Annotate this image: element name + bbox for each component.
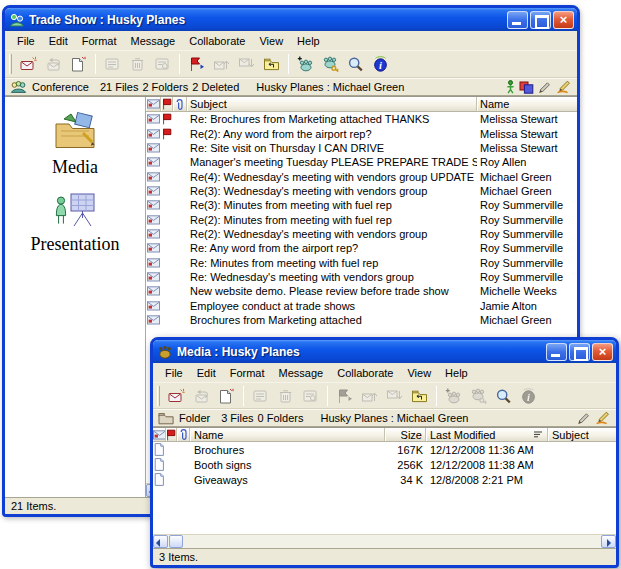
titlebar[interactable]: Trade Show : Husky Planes × — [5, 8, 577, 31]
message-row[interactable]: Employee conduct at trade shows Jamie Al… — [146, 298, 577, 312]
maximize-button[interactable] — [569, 343, 590, 361]
add-member-button[interactable] — [293, 53, 318, 75]
file-row[interactable]: Brochures 167K 12/12/2008 11:36 AM — [153, 442, 616, 457]
size-column-header[interactable]: Size — [385, 428, 426, 441]
close-button[interactable]: × — [553, 11, 574, 29]
menu-format[interactable]: Format — [223, 365, 272, 381]
envelope-icon — [146, 143, 161, 153]
new-message-button[interactable] — [16, 53, 41, 75]
envelope-icon — [146, 157, 161, 167]
message-row[interactable]: Re: Any word from the airport rep? Roy S… — [146, 241, 577, 255]
menu-message[interactable]: Message — [272, 365, 331, 381]
sidebar-item-label: Media — [5, 157, 145, 178]
horizontal-scrollbar[interactable] — [153, 534, 616, 548]
next-unread-icon — [238, 56, 255, 72]
search-button[interactable] — [343, 53, 368, 75]
scroll-right-button[interactable] — [601, 535, 616, 548]
menu-message[interactable]: Message — [124, 33, 183, 49]
flag-column-header[interactable] — [166, 428, 177, 441]
menu-collaborate[interactable]: Collaborate — [182, 33, 252, 49]
maximize-button[interactable] — [530, 11, 551, 29]
file-row[interactable]: Booth signs 256K 12/12/2008 11:38 AM — [153, 457, 616, 472]
menu-help[interactable]: Help — [438, 365, 475, 381]
message-sender: Roy Summerville — [477, 228, 577, 240]
minimize-button[interactable] — [546, 343, 567, 361]
page-icon — [153, 443, 166, 456]
subject-column-header[interactable]: Subject — [548, 428, 616, 441]
paperclip-icon — [178, 428, 189, 441]
menu-edit[interactable]: Edit — [190, 365, 223, 381]
envelope-column-header[interactable] — [146, 97, 161, 111]
message-sender: Roy Summerville — [477, 257, 577, 269]
message-sender: Melissa Stewart — [477, 142, 577, 154]
pencil-icon — [577, 411, 591, 425]
sidebar-item-media[interactable]: Media — [5, 111, 145, 178]
name-column-header[interactable]: Name — [477, 97, 577, 111]
envelope-column-header[interactable] — [153, 428, 166, 441]
message-row[interactable]: Re: Brochures from Marketing attached TH… — [146, 112, 577, 126]
parent-folder-button[interactable] — [407, 385, 432, 407]
message-row[interactable]: Re: Wednesday's meeting with vendors gro… — [146, 270, 577, 284]
container-type-label: Folder — [179, 412, 210, 424]
close-button[interactable]: × — [592, 343, 613, 361]
scroll-thumb[interactable] — [169, 535, 183, 548]
minimize-button[interactable] — [507, 11, 528, 29]
modified-column-header[interactable]: Last Modified — [426, 428, 548, 441]
name-column-header[interactable]: Name — [190, 428, 385, 441]
summary-status-icons — [577, 411, 611, 425]
count-label: 2 Folders — [142, 81, 188, 93]
subject-column-header[interactable]: Subject — [187, 97, 477, 111]
toolbar-separator — [327, 386, 328, 406]
menu-edit[interactable]: Edit — [42, 33, 75, 49]
previous-unread-button — [209, 53, 234, 75]
file-size: 167K — [385, 444, 426, 456]
next-unread-icon — [386, 388, 403, 404]
page-icon — [153, 458, 166, 471]
new-message-button[interactable] — [164, 385, 189, 407]
message-row[interactable]: Re(3): Wednesday's meeting with vendors … — [146, 184, 577, 198]
new-message-icon — [168, 388, 185, 404]
page-icon — [153, 473, 166, 486]
new-document-button[interactable] — [214, 385, 239, 407]
sidebar-item-presentation[interactable]: Presentation — [5, 192, 145, 255]
message-row[interactable]: Re: Site visit on Thursday I CAN DRIVE M… — [146, 141, 577, 155]
attachment-column-header[interactable] — [177, 428, 190, 441]
menu-view[interactable]: View — [400, 365, 438, 381]
permissions-button[interactable] — [318, 53, 343, 75]
media-window: Media : Husky Planes × FileEditFormatMes… — [150, 337, 619, 568]
titlebar[interactable]: Media : Husky Planes × — [153, 340, 616, 363]
message-sender: Michelle Weeks — [477, 285, 577, 297]
envelope-icon — [146, 114, 161, 124]
file-row[interactable]: Giveaways 34 K 12/8/2008 2:21 PM — [153, 472, 616, 487]
message-sender: Jamie Alton — [477, 300, 577, 312]
info-button[interactable]: i — [368, 53, 393, 75]
unsubscribe-icon — [302, 388, 319, 404]
message-row[interactable]: Manager's meeting Tuesday PLEASE PREPARE… — [146, 155, 577, 169]
message-row[interactable]: Re(2): Wednesday's meeting with vendors … — [146, 227, 577, 241]
menu-collaborate[interactable]: Collaborate — [330, 365, 400, 381]
message-row[interactable]: Re(2): Any word from the airport rep? Me… — [146, 126, 577, 140]
menu-file[interactable]: File — [10, 33, 42, 49]
message-row[interactable]: Re(3): Minutes from meeting with fuel re… — [146, 198, 577, 212]
permissions-button — [466, 385, 491, 407]
message-row[interactable]: Re: Minutes from meeting with fuel rep R… — [146, 255, 577, 269]
info-icon: i — [520, 388, 537, 404]
envelope-icon — [146, 243, 161, 253]
parent-folder-button[interactable] — [259, 53, 284, 75]
attachment-column-header[interactable] — [173, 97, 187, 111]
flag-button[interactable] — [184, 53, 209, 75]
message-row[interactable]: Re(2): Minutes from meeting with fuel re… — [146, 212, 577, 226]
menu-format[interactable]: Format — [75, 33, 124, 49]
menu-file[interactable]: File — [158, 365, 190, 381]
message-row[interactable]: New website demo. Please review before t… — [146, 284, 577, 298]
message-row[interactable]: Re(4): Wednesday's meeting with vendors … — [146, 169, 577, 183]
menu-view[interactable]: View — [252, 33, 290, 49]
add-member-icon — [445, 388, 462, 404]
new-document-button[interactable] — [66, 53, 91, 75]
message-row[interactable]: Brochures from Marketing attached Michae… — [146, 313, 577, 327]
search-button[interactable] — [491, 385, 516, 407]
search-icon — [495, 388, 512, 404]
scroll-left-button[interactable] — [153, 535, 168, 548]
flag-column-header[interactable] — [161, 97, 173, 111]
menu-help[interactable]: Help — [290, 33, 327, 49]
